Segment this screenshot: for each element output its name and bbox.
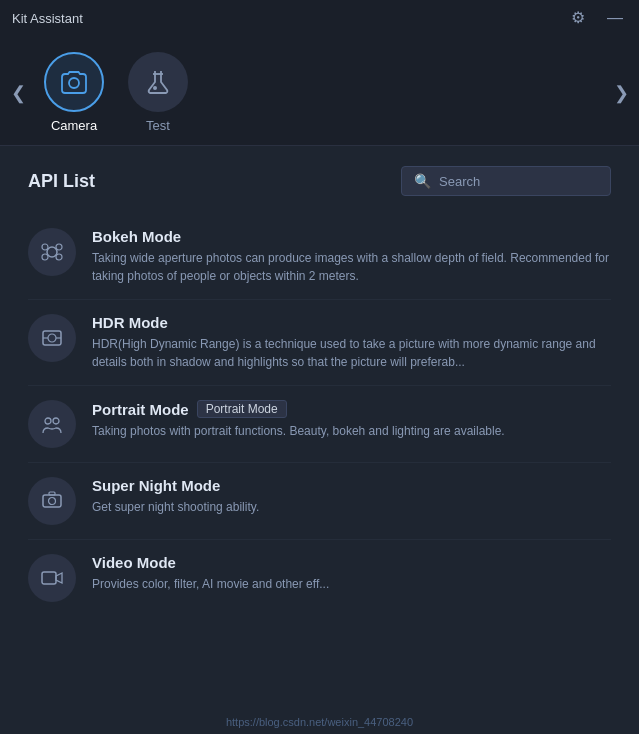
carousel-next-arrow[interactable]: ❯ [603,75,639,111]
video-mode-icon [39,565,65,591]
api-item-video[interactable]: Video Mode Provides color, filter, AI mo… [28,540,611,616]
carousel-prev-arrow[interactable]: ❮ [0,75,36,111]
settings-button[interactable]: ⚙ [567,8,589,28]
supernight-mode-icon [39,488,65,514]
api-item-portrait-desc: Taking photos with portrait functions. B… [92,422,611,440]
api-item-portrait[interactable]: Portrait Mode Portrait Mode Taking photo… [28,386,611,463]
search-icon: 🔍 [414,173,431,189]
portrait-mode-icon [39,411,65,437]
api-item-supernight-desc: Get super night shooting ability. [92,498,611,516]
tabs-section: ❮ Camera Test ❯ [0,36,639,146]
title-bar: Kit Assistant ⚙ — [0,0,639,36]
api-item-hdr-content: HDR Mode HDR(High Dynamic Range) is a te… [92,314,611,371]
watermark: https://blog.csdn.net/weixin_44708240 [0,716,639,728]
main-content: API List 🔍 Bokeh Mode Taking wide apertu… [0,146,639,636]
tab-test[interactable]: Test [128,52,188,133]
api-item-bokeh-title: Bokeh Mode [92,228,611,245]
svg-point-5 [56,244,62,250]
tab-test-label: Test [146,118,170,133]
api-item-video-icon [28,554,76,602]
api-item-video-title: Video Mode [92,554,611,571]
svg-point-3 [47,247,57,257]
svg-point-0 [69,78,79,88]
api-item-bokeh-desc: Taking wide aperture photos can produce … [92,249,611,285]
svg-point-15 [49,498,56,505]
api-item-portrait-content: Portrait Mode Portrait Mode Taking photo… [92,400,611,440]
search-input[interactable] [439,174,598,189]
svg-point-2 [153,86,157,90]
api-item-video-content: Video Mode Provides color, filter, AI mo… [92,554,611,593]
svg-rect-14 [43,495,61,507]
api-item-portrait-icon [28,400,76,448]
tabs-container: Camera Test [36,52,603,133]
api-item-video-desc: Provides color, filter, AI movie and oth… [92,575,611,593]
svg-point-4 [42,244,48,250]
api-item-hdr[interactable]: HDR Mode HDR(High Dynamic Range) is a te… [28,300,611,386]
svg-point-6 [42,254,48,260]
api-item-hdr-icon [28,314,76,362]
svg-point-7 [56,254,62,260]
api-list-header: API List 🔍 [28,166,611,196]
api-item-portrait-badge: Portrait Mode [197,400,287,418]
tab-test-icon-wrapper [128,52,188,112]
svg-point-13 [53,418,59,424]
svg-rect-17 [42,572,56,584]
camera-icon [58,66,90,98]
api-item-hdr-title: HDR Mode [92,314,611,331]
hdr-mode-icon [39,325,65,351]
api-item-supernight-icon [28,477,76,525]
test-icon [142,66,174,98]
svg-point-9 [48,334,56,342]
title-bar-controls: ⚙ — [567,8,627,28]
api-item-supernight-title: Super Night Mode [92,477,611,494]
api-item-bokeh-icon [28,228,76,276]
svg-rect-16 [49,492,55,495]
bokeh-mode-icon [39,239,65,265]
app-title: Kit Assistant [12,11,83,26]
api-item-bokeh-content: Bokeh Mode Taking wide aperture photos c… [92,228,611,285]
api-list-title: API List [28,171,95,192]
tab-camera-icon-wrapper [44,52,104,112]
api-item-supernight[interactable]: Super Night Mode Get super night shootin… [28,463,611,540]
tab-camera-label: Camera [51,118,97,133]
svg-point-12 [45,418,51,424]
tab-camera[interactable]: Camera [44,52,104,133]
api-item-portrait-title: Portrait Mode Portrait Mode [92,400,611,418]
search-box[interactable]: 🔍 [401,166,611,196]
minimize-button[interactable]: — [603,8,627,28]
api-item-bokeh[interactable]: Bokeh Mode Taking wide aperture photos c… [28,214,611,300]
api-item-hdr-desc: HDR(High Dynamic Range) is a technique u… [92,335,611,371]
api-item-supernight-content: Super Night Mode Get super night shootin… [92,477,611,516]
